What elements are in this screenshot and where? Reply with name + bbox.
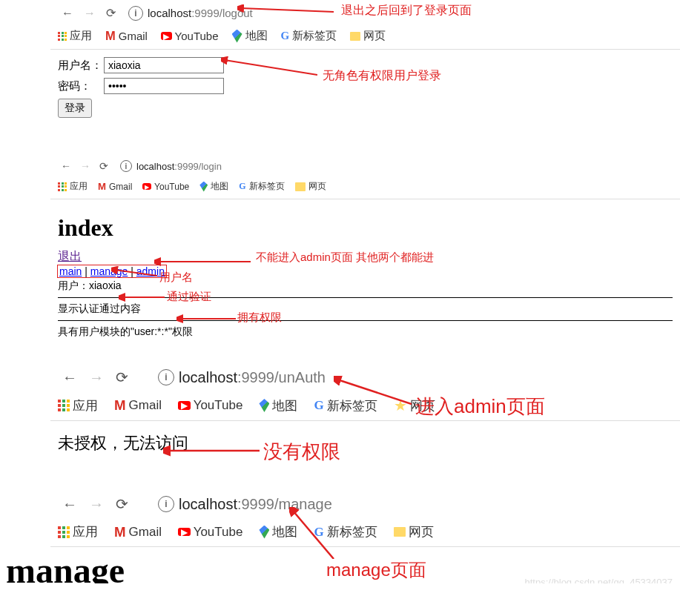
maps-icon [232, 30, 242, 43]
bookmark-web[interactable]: 网页 [394, 523, 434, 540]
site-info-icon[interactable]: i [128, 6, 143, 21]
url-text: localhost:9999/manage [179, 496, 332, 513]
bookmark-gmail[interactable]: MGmail [98, 181, 132, 192]
address-bar[interactable]: i localhost:9999/login [120, 160, 222, 172]
auth-line: 显示认证通过内容 [58, 302, 673, 316]
apps-icon [58, 32, 67, 41]
bookmark-web[interactable]: ★网页 [394, 397, 435, 414]
youtube-icon: ▶ [142, 183, 151, 189]
site-info-icon[interactable]: i [158, 496, 174, 512]
bookmark-label: Gmail [119, 30, 148, 42]
star-icon: ★ [394, 397, 407, 414]
page-body: index 退出 main | manage | admin 用户：xiaoxi… [50, 199, 680, 346]
link-main[interactable]: main [59, 265, 82, 277]
reload-icon[interactable]: ⟳ [102, 4, 119, 21]
bookmark-label: 新标签页 [249, 180, 285, 193]
forward-icon[interactable]: → [80, 5, 99, 21]
bookmarks-bar: 应用 MGmail ▶YouTube 地图 G新标签页 ★网页 [50, 394, 680, 421]
url-text: localhost:9999/login [136, 161, 222, 172]
bookmark-apps[interactable]: 应用 [58, 180, 88, 193]
address-bar[interactable]: i localhost:9999/logout [128, 6, 253, 21]
bookmark-apps[interactable]: 应用 [58, 29, 92, 43]
back-icon[interactable]: ← [58, 493, 82, 516]
bookmark-label: 地图 [211, 180, 228, 193]
gmail-icon: M [114, 397, 126, 414]
back-icon[interactable]: ← [58, 5, 77, 21]
address-bar[interactable]: i localhost:9999/manage [158, 496, 332, 513]
bookmark-label: 地图 [272, 523, 297, 540]
bookmark-label: YouTube [194, 398, 243, 413]
url-text: localhost:9999/unAuth [179, 369, 326, 386]
bookmark-label: Gmail [129, 525, 162, 540]
logout-link[interactable]: 退出 [58, 250, 82, 262]
login-form: 用户名： 密码： 登录 [50, 50, 680, 125]
login-button[interactable]: 登录 [58, 99, 92, 118]
bookmark-label: 应用 [70, 180, 88, 193]
bookmark-label: 应用 [70, 29, 92, 43]
bookmark-newtab[interactable]: G新标签页 [239, 180, 284, 193]
back-icon[interactable]: ← [58, 366, 82, 389]
gmail-icon: M [98, 181, 106, 192]
bookmark-newtab[interactable]: G 新标签页 [281, 29, 337, 43]
bookmark-gmail[interactable]: MGmail [114, 397, 162, 414]
bookmark-label: 新标签页 [327, 397, 377, 414]
bookmark-youtube[interactable]: ▶YouTube [178, 398, 242, 413]
bookmark-maps[interactable]: 地图 [232, 29, 268, 43]
reload-icon[interactable]: ⟳ [111, 365, 133, 389]
perm-line: 具有用户模块的"user:*:*"权限 [58, 325, 673, 339]
bookmark-web[interactable]: 网页 [295, 180, 326, 193]
back-icon[interactable]: ← [58, 159, 74, 173]
youtube-icon: ▶ [161, 32, 172, 40]
unauth-text: 未授权，无法访问 [58, 432, 673, 454]
bookmark-youtube[interactable]: ▶ YouTube [161, 30, 219, 42]
link-admin[interactable]: admin [136, 265, 165, 277]
bookmark-maps[interactable]: 地图 [199, 180, 228, 193]
site-info-icon[interactable]: i [158, 369, 174, 385]
bookmark-newtab[interactable]: G新标签页 [314, 523, 377, 540]
username-label: 用户名： [58, 59, 104, 73]
page-title: index [58, 214, 673, 242]
password-input[interactable] [104, 78, 224, 94]
reload-icon[interactable]: ⟳ [96, 159, 111, 173]
bookmark-label: Gmail [109, 182, 132, 192]
nav-links-box: main | manage | admin [58, 265, 166, 277]
folder-icon [350, 32, 360, 41]
folder-icon [394, 527, 406, 537]
browser-toolbar: ← → ⟳ i localhost:9999/manage [50, 488, 680, 520]
user-line: 用户：xiaoxia [58, 279, 673, 293]
bookmark-maps[interactable]: 地图 [259, 523, 297, 540]
bookmark-maps[interactable]: 地图 [259, 397, 297, 414]
bookmark-youtube[interactable]: ▶YouTube [178, 525, 242, 540]
bookmark-label: YouTube [175, 30, 219, 42]
bookmark-newtab[interactable]: G新标签页 [314, 397, 377, 414]
google-icon: G [281, 30, 290, 42]
address-bar[interactable]: i localhost:9999/unAuth [158, 369, 326, 386]
bookmark-label: 网页 [410, 397, 435, 414]
apps-icon [58, 526, 70, 538]
forward-icon[interactable]: → [77, 159, 93, 173]
bookmark-apps[interactable]: 应用 [58, 523, 98, 540]
bookmark-web[interactable]: 网页 [350, 29, 386, 43]
bookmark-label: 应用 [73, 397, 98, 414]
bookmark-label: 网页 [308, 180, 326, 193]
bookmark-youtube[interactable]: ▶YouTube [142, 182, 189, 192]
bookmark-apps[interactable]: 应用 [58, 397, 98, 414]
forward-icon[interactable]: → [85, 493, 108, 516]
maps-icon [259, 399, 269, 412]
bookmark-gmail[interactable]: M Gmail [105, 29, 148, 43]
bookmark-gmail[interactable]: MGmail [114, 524, 162, 540]
bookmark-label: 网页 [363, 29, 386, 43]
browser-toolbar: ← → ⟳ i localhost:9999/unAuth [50, 361, 680, 394]
folder-icon [295, 182, 306, 191]
bookmark-label: 应用 [73, 523, 98, 540]
username-input[interactable] [104, 57, 224, 73]
reload-icon[interactable]: ⟳ [111, 492, 133, 516]
bookmark-label: 新标签页 [327, 523, 377, 540]
link-manage[interactable]: manage [90, 265, 128, 277]
forward-icon[interactable]: → [85, 366, 108, 389]
url-text: localhost:9999/logout [148, 7, 253, 19]
password-label: 密码： [58, 79, 104, 93]
browser-toolbar: ← → ⟳ i localhost:9999/login [50, 155, 680, 177]
site-info-icon[interactable]: i [120, 160, 132, 172]
bookmarks-bar: 应用 MGmail ▶YouTube 地图 G新标签页 网页 [50, 520, 680, 547]
